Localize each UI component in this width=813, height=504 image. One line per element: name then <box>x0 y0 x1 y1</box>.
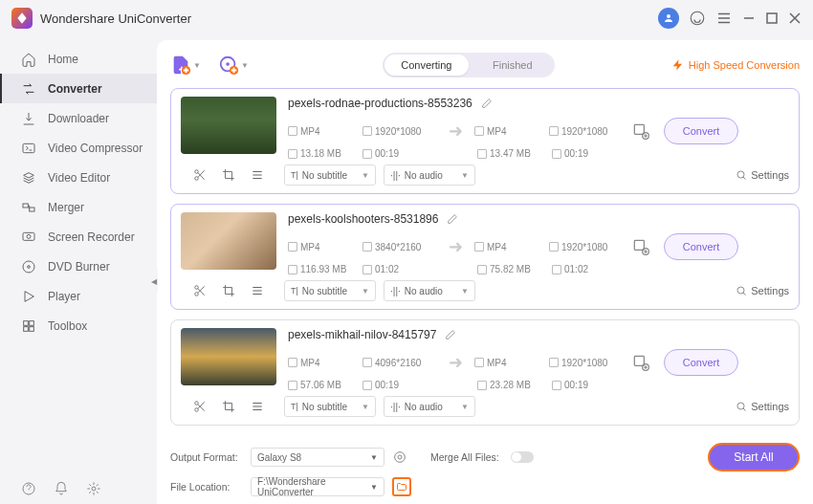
sidebar-item-merger[interactable]: Merger <box>0 192 157 222</box>
svg-rect-21 <box>634 124 644 134</box>
src-size: 57.06 MB <box>300 380 341 390</box>
dst-size: 75.82 MB <box>490 264 531 274</box>
thumbnail[interactable] <box>181 212 276 270</box>
maximize-button[interactable] <box>765 11 779 25</box>
output-settings-icon[interactable] <box>392 449 407 465</box>
thumbnail[interactable] <box>181 97 276 154</box>
subtitle-select[interactable]: T|No subtitle▼ <box>284 280 376 301</box>
src-format: MP4 <box>300 242 320 252</box>
sidebar-item-label: Video Editor <box>48 171 110 185</box>
app-logo <box>11 8 33 29</box>
file-location-label: File Location: <box>170 481 243 493</box>
crop-icon[interactable] <box>222 168 235 182</box>
convert-button[interactable]: Convert <box>664 118 738 144</box>
add-disc-button[interactable]: ▼ <box>218 55 249 76</box>
src-dur: 01:02 <box>375 264 399 274</box>
format-settings-icon[interactable] <box>631 237 650 256</box>
svg-point-28 <box>195 286 199 290</box>
svg-rect-11 <box>24 320 29 325</box>
home-icon <box>21 52 36 67</box>
sidebar-item-toolbox[interactable]: Toolbox <box>0 311 157 340</box>
sidebar-item-label: Merger <box>48 201 84 214</box>
merge-all-toggle[interactable] <box>511 451 534 463</box>
footer: Output Format: Galaxy S8▼ Merge All File… <box>170 435 800 496</box>
file-name: pexels-mikhail-nilov-8415797 <box>288 328 436 341</box>
svg-point-19 <box>226 62 230 66</box>
svg-point-29 <box>195 293 199 296</box>
file-location-select[interactable]: F:\Wondershare UniConverter▼ <box>251 477 385 496</box>
src-res: 1920*1080 <box>375 126 421 137</box>
sidebar-item-dvd[interactable]: DVD Burner <box>0 252 157 281</box>
minimize-button[interactable] <box>742 11 756 25</box>
sidebar-item-home[interactable]: Home <box>0 44 157 74</box>
user-avatar[interactable] <box>658 8 679 29</box>
support-icon[interactable] <box>689 10 706 27</box>
dst-size: 23.28 MB <box>490 380 531 390</box>
svg-rect-31 <box>634 356 644 365</box>
tab-converting[interactable]: Converting <box>385 55 469 76</box>
subtitle-select[interactable]: T|No subtitle▼ <box>284 396 376 417</box>
add-file-button[interactable]: ▼ <box>170 55 201 76</box>
dst-format: MP4 <box>487 242 507 252</box>
trim-icon[interactable] <box>193 400 207 413</box>
dst-dur: 01:02 <box>564 264 588 274</box>
converter-icon <box>21 81 36 97</box>
convert-button[interactable]: Convert <box>664 349 738 376</box>
convert-button[interactable]: Convert <box>664 233 738 260</box>
notification-icon[interactable] <box>54 481 69 496</box>
sidebar-item-compressor[interactable]: Video Compressor <box>0 133 157 163</box>
settings-link[interactable]: Settings <box>736 169 789 181</box>
format-settings-icon[interactable] <box>631 353 650 372</box>
sidebar-item-label: Converter <box>48 82 102 96</box>
edit-name-icon[interactable] <box>446 213 458 226</box>
svg-rect-12 <box>30 320 34 325</box>
audio-select[interactable]: ·||·No audio▼ <box>384 164 475 186</box>
svg-point-7 <box>27 234 31 238</box>
more-icon[interactable] <box>251 400 264 413</box>
svg-point-24 <box>195 177 199 181</box>
dst-dur: 00:19 <box>564 148 588 159</box>
sidebar-item-downloader[interactable]: Downloader <box>0 103 157 133</box>
sidebar-collapse[interactable]: ◀ <box>150 270 158 293</box>
svg-point-36 <box>398 455 402 459</box>
open-folder-button[interactable] <box>392 477 411 496</box>
settings-link[interactable]: Settings <box>736 401 789 412</box>
menu-icon[interactable] <box>715 10 733 27</box>
crop-icon[interactable] <box>222 284 235 297</box>
thumbnail[interactable] <box>181 328 276 385</box>
editor-icon <box>21 170 36 186</box>
tab-finished[interactable]: Finished <box>471 53 555 77</box>
subtitle-select[interactable]: T|No subtitle▼ <box>284 164 376 186</box>
edit-name-icon[interactable] <box>480 98 493 110</box>
more-icon[interactable] <box>251 284 264 297</box>
sidebar-item-label: Toolbox <box>48 319 87 333</box>
player-icon <box>21 289 36 304</box>
trim-icon[interactable] <box>193 168 207 182</box>
sidebar-item-recorder[interactable]: Screen Recorder <box>0 222 157 252</box>
toolbox-icon <box>21 318 36 334</box>
sidebar-item-player[interactable]: Player <box>0 281 157 311</box>
svg-rect-4 <box>23 204 28 208</box>
dst-format: MP4 <box>487 126 507 137</box>
sidebar-item-converter[interactable]: Converter <box>0 74 157 103</box>
format-settings-icon[interactable] <box>631 121 650 141</box>
close-button[interactable] <box>788 11 802 25</box>
audio-select[interactable]: ·||·No audio▼ <box>384 280 475 301</box>
high-speed-link[interactable]: High Speed Conversion <box>671 58 800 72</box>
sidebar-item-editor[interactable]: Video Editor <box>0 163 157 192</box>
audio-select[interactable]: ·||·No audio▼ <box>384 396 475 417</box>
trim-icon[interactable] <box>193 284 207 297</box>
output-format-select[interactable]: Galaxy S8▼ <box>251 448 385 467</box>
help-icon[interactable] <box>21 481 36 496</box>
arrow-icon: ➜ <box>449 121 463 142</box>
start-all-button[interactable]: Start All <box>708 443 800 471</box>
settings-gear-icon[interactable] <box>86 481 101 496</box>
file-list: pexels-rodnae-productions-8553236 MP4 19… <box>170 88 800 435</box>
svg-point-35 <box>737 403 744 409</box>
crop-icon[interactable] <box>222 400 235 413</box>
edit-name-icon[interactable] <box>444 329 456 341</box>
settings-link[interactable]: Settings <box>736 285 789 296</box>
more-icon[interactable] <box>251 168 264 182</box>
src-res: 3840*2160 <box>375 242 421 252</box>
dst-dur: 00:19 <box>564 380 588 390</box>
